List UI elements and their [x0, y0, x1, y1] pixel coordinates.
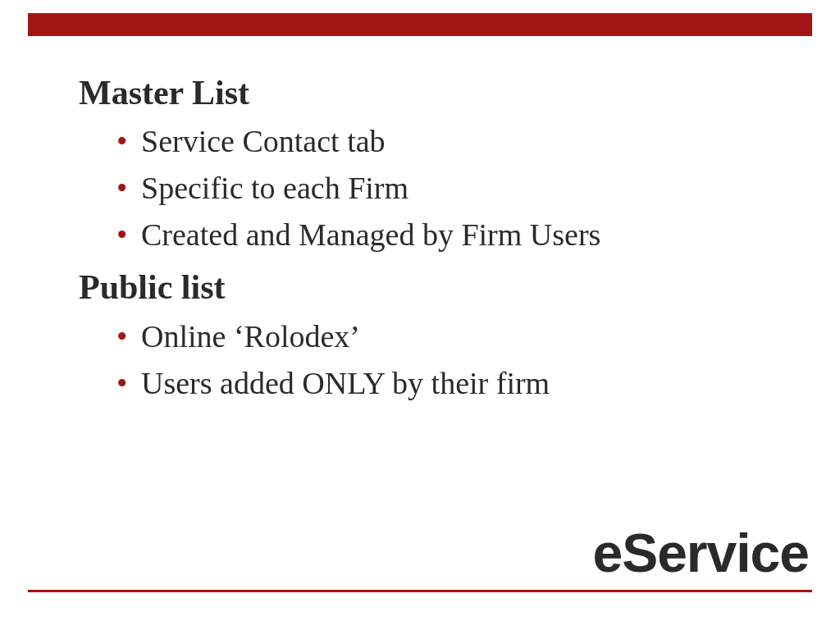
bottom-accent-rule [28, 590, 812, 592]
bullet-list: Online ‘Rolodex’ Users added ONLY by the… [116, 313, 791, 407]
section-heading: Public list [79, 267, 791, 308]
slide-title: eService [592, 522, 809, 584]
list-item: Service Contact tab [116, 118, 791, 165]
slide-content: Master List Service Contact tab Specific… [79, 72, 791, 415]
list-item: Specific to each Firm [116, 165, 791, 212]
list-item: Created and Managed by Firm Users [116, 212, 791, 258]
list-item: Users added ONLY by their firm [116, 360, 791, 407]
bullet-list: Service Contact tab Specific to each Fir… [116, 118, 791, 258]
section-heading: Master List [79, 72, 791, 113]
top-accent-bar [28, 13, 812, 36]
list-item: Online ‘Rolodex’ [116, 313, 791, 360]
